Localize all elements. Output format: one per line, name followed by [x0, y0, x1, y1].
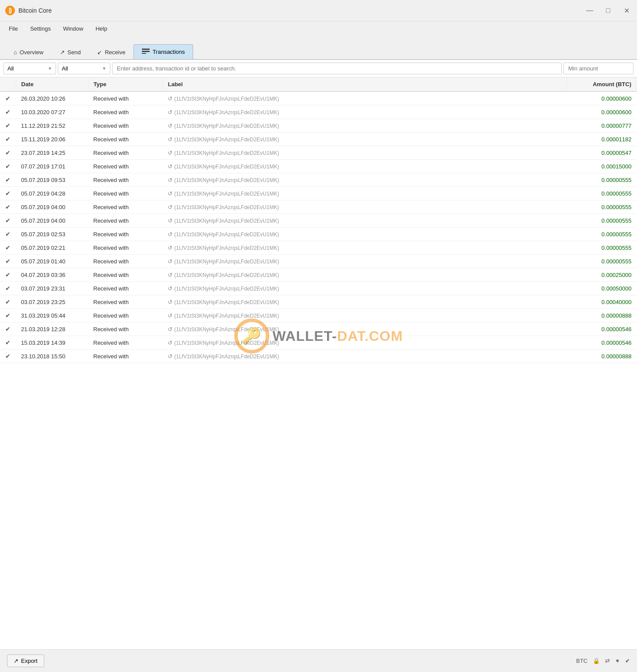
row-label-12: ↺(1LfV1tSt3KNyHpFJnAzrqsLFdeD2EvU1MK): [162, 255, 567, 268]
row-date-2: 11.12.2019 21:52: [16, 119, 88, 133]
nav-bar: ⌂ Overview ↗ Send ↙ Receive Transactions: [0, 35, 637, 60]
export-button[interactable]: ↗ Export: [7, 654, 44, 667]
table-row[interactable]: ✔ 26.03.2020 10:26 Received with ↺(1LfV1…: [0, 91, 637, 105]
label-addr-icon: ↺: [168, 258, 172, 265]
svg-rect-1: [142, 51, 150, 52]
table-row[interactable]: ✔ 05.07.2019 04:28 Received with ↺(1LfV1…: [0, 187, 637, 200]
table-row[interactable]: ✔ 05.07.2019 02:21 Received with ↺(1LfV1…: [0, 241, 637, 255]
row-date-15: 03.07.2019 23:25: [16, 295, 88, 309]
confirmed-icon: ✔: [5, 163, 11, 170]
label-addr-icon: ↺: [168, 340, 172, 346]
confirmed-icon: ✔: [5, 326, 11, 332]
row-date-16: 31.03.2019 05:44: [16, 309, 88, 322]
table-body: ✔ 26.03.2020 10:26 Received with ↺(1LfV1…: [0, 91, 637, 363]
row-label-0: ↺(1LfV1tSt3KNyHpFJnAzrqsLFdeD2EvU1MK): [162, 91, 567, 105]
row-check-11: ✔: [0, 241, 16, 255]
table-row[interactable]: ✔ 05.07.2019 09:53 Received with ↺(1LfV1…: [0, 173, 637, 187]
row-amount-11: 0.00000555: [567, 241, 637, 255]
transactions-table-container: Date Type Label Amount (BTC) ✔ 26.03.202…: [0, 77, 637, 649]
row-amount-12: 0.00000555: [567, 255, 637, 268]
col-header-amount[interactable]: Amount (BTC): [567, 77, 637, 91]
receive-icon: ↙: [97, 49, 102, 56]
confirmed-icon: ✔: [5, 231, 11, 238]
table-row[interactable]: ✔ 15.11.2019 20:06 Received with ↺(1LfV1…: [0, 133, 637, 146]
table-row[interactable]: ✔ 07.07.2019 17:01 Received with ↺(1LfV1…: [0, 160, 637, 173]
table-row[interactable]: ✔ 23.10.2018 15:50 Received with ↺(1LfV1…: [0, 350, 637, 363]
period-filter[interactable]: All ▼: [58, 63, 110, 74]
lock-icon: 🔒: [593, 658, 600, 664]
tab-overview[interactable]: ⌂ Overview: [5, 45, 52, 59]
row-date-19: 23.10.2018 15:50: [16, 350, 88, 363]
row-type-17: Received with: [88, 322, 162, 336]
maximize-button[interactable]: □: [603, 5, 613, 16]
tab-transactions[interactable]: Transactions: [134, 44, 193, 59]
min-amount-input[interactable]: [563, 63, 633, 74]
menu-window[interactable]: Window: [58, 24, 88, 34]
col-header-type[interactable]: Type: [88, 77, 162, 91]
table-row[interactable]: ✔ 21.03.2019 12:28 Received with ↺(1LfV1…: [0, 322, 637, 336]
row-address-18: (1LfV1tSt3KNyHpFJnAzrqsLFdeD2EvU1MK): [174, 340, 279, 346]
table-row[interactable]: ✔ 10.03.2020 07:27 Received with ↺(1LfV1…: [0, 105, 637, 119]
row-check-10: ✔: [0, 228, 16, 241]
row-amount-1: 0.00000600: [567, 105, 637, 119]
menu-help[interactable]: Help: [90, 24, 113, 34]
type-filter-label: All: [7, 65, 14, 72]
table-row[interactable]: ✔ 05.07.2019 01:40 Received with ↺(1LfV1…: [0, 255, 637, 268]
row-label-11: ↺(1LfV1tSt3KNyHpFJnAzrqsLFdeD2EvU1MK): [162, 241, 567, 255]
row-address-17: (1LfV1tSt3KNyHpFJnAzrqsLFdeD2EvU1MK): [174, 326, 279, 332]
row-check-8: ✔: [0, 200, 16, 214]
menu-file[interactable]: File: [4, 24, 23, 34]
row-type-16: Received with: [88, 309, 162, 322]
row-amount-6: 0.00000555: [567, 173, 637, 187]
row-check-14: ✔: [0, 282, 16, 295]
row-type-3: Received with: [88, 133, 162, 146]
row-type-12: Received with: [88, 255, 162, 268]
menu-settings[interactable]: Settings: [25, 24, 56, 34]
transactions-table: Date Type Label Amount (BTC) ✔ 26.03.202…: [0, 77, 637, 363]
confirmed-icon: ✔: [5, 108, 11, 116]
currency-label: BTC: [576, 658, 588, 664]
filter-bar: All ▼ All ▼: [0, 60, 637, 77]
tab-transactions-label: Transactions: [152, 49, 185, 55]
row-type-7: Received with: [88, 187, 162, 200]
row-address-11: (1LfV1tSt3KNyHpFJnAzrqsLFdeD2EvU1MK): [174, 245, 279, 251]
row-amount-17: 0.00000546: [567, 322, 637, 336]
row-check-12: ✔: [0, 255, 16, 268]
table-row[interactable]: ✔ 05.07.2019 02:53 Received with ↺(1LfV1…: [0, 228, 637, 241]
row-date-18: 15.03.2019 14:39: [16, 336, 88, 350]
row-address-9: (1LfV1tSt3KNyHpFJnAzrqsLFdeD2EvU1MK): [174, 218, 279, 224]
table-scroll[interactable]: Date Type Label Amount (BTC) ✔ 26.03.202…: [0, 77, 637, 649]
type-filter[interactable]: All ▼: [4, 63, 56, 74]
row-label-6: ↺(1LfV1tSt3KNyHpFJnAzrqsLFdeD2EvU1MK): [162, 173, 567, 187]
tab-send[interactable]: ↗ Send: [52, 45, 89, 59]
table-row[interactable]: ✔ 03.07.2019 23:25 Received with ↺(1LfV1…: [0, 295, 637, 309]
close-button[interactable]: ✕: [621, 5, 632, 16]
row-amount-8: 0.00000555: [567, 200, 637, 214]
confirmed-icon: ✔: [5, 203, 11, 210]
label-addr-icon: ↺: [168, 353, 172, 360]
tab-receive-label: Receive: [105, 49, 125, 56]
status-bar: ↗ Export BTC 🔒 ⇄ ⁕ ✔: [0, 649, 637, 672]
row-date-17: 21.03.2019 12:28: [16, 322, 88, 336]
table-row[interactable]: ✔ 03.07.2019 23:31 Received with ↺(1LfV1…: [0, 282, 637, 295]
table-row[interactable]: ✔ 31.03.2019 05:44 Received with ↺(1LfV1…: [0, 309, 637, 322]
row-label-14: ↺(1LfV1tSt3KNyHpFJnAzrqsLFdeD2EvU1MK): [162, 282, 567, 295]
table-row[interactable]: ✔ 11.12.2019 21:52 Received with ↺(1LfV1…: [0, 119, 637, 133]
search-input[interactable]: [112, 63, 562, 74]
table-row[interactable]: ✔ 05.07.2019 04:00 Received with ↺(1LfV1…: [0, 214, 637, 228]
row-address-0: (1LfV1tSt3KNyHpFJnAzrqsLFdeD2EvU1MK): [174, 96, 279, 102]
row-type-10: Received with: [88, 228, 162, 241]
minimize-button[interactable]: —: [584, 5, 595, 16]
col-header-date[interactable]: Date: [16, 77, 88, 91]
col-header-label[interactable]: Label: [162, 77, 567, 91]
title-left: ₿ Bitcoin Core: [5, 6, 52, 15]
row-date-4: 23.07.2019 14:25: [16, 146, 88, 160]
label-addr-icon: ↺: [168, 150, 172, 156]
row-label-3: ↺(1LfV1tSt3KNyHpFJnAzrqsLFdeD2EvU1MK): [162, 133, 567, 146]
table-row[interactable]: ✔ 05.07.2019 04:00 Received with ↺(1LfV1…: [0, 200, 637, 214]
table-row[interactable]: ✔ 23.07.2019 14:25 Received with ↺(1LfV1…: [0, 146, 637, 160]
table-row[interactable]: ✔ 04.07.2019 03:36 Received with ↺(1LfV1…: [0, 268, 637, 282]
row-check-9: ✔: [0, 214, 16, 228]
table-row[interactable]: ✔ 15.03.2019 14:39 Received with ↺(1LfV1…: [0, 336, 637, 350]
tab-receive[interactable]: ↙ Receive: [89, 45, 134, 59]
